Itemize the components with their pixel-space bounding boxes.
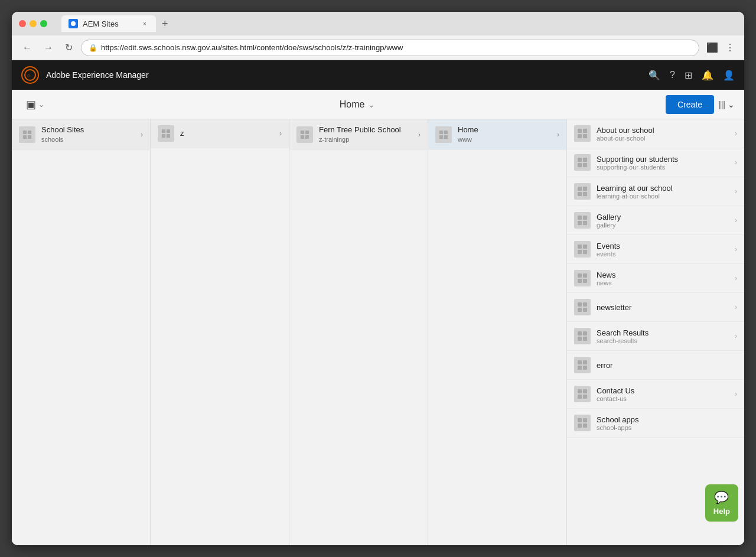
svg-rect-31 — [578, 216, 582, 220]
svg-rect-29 — [578, 192, 582, 196]
help-button[interactable]: 💬 Help — [705, 484, 738, 522]
svg-rect-48 — [583, 331, 587, 335]
panel-item-icon-newsletter — [574, 299, 591, 315]
svg-rect-22 — [583, 134, 587, 138]
panel-item-sub-contact: contact-us — [597, 395, 729, 402]
aem-logo: ○ — [21, 66, 39, 84]
panel-item-icon-events — [574, 241, 591, 258]
panel-item-name-supporting: Supporting our students — [597, 155, 729, 164]
col-item-sub-fern-tree: z-trainingp — [319, 135, 412, 144]
user-header-icon[interactable]: 👤 — [723, 70, 735, 81]
col-item-text-home: Home www — [458, 125, 551, 144]
svg-rect-24 — [583, 158, 587, 162]
col-item-home[interactable]: Home www › — [428, 119, 566, 150]
panel-item-arrow-news: › — [735, 274, 737, 282]
panel-item-gallery[interactable]: Gallery gallery › — [567, 206, 744, 235]
svg-rect-4 — [28, 130, 31, 133]
col-item-icon-z — [158, 125, 174, 142]
panel-item-error[interactable]: error › — [567, 351, 744, 380]
panel-item-search-results[interactable]: Search Results search-results › — [567, 322, 744, 351]
breadcrumb-title[interactable]: Home — [340, 99, 365, 110]
col-item-name-fern-tree: Fern Tree Public School — [319, 125, 412, 135]
panel-item-newsletter[interactable]: newsletter › — [567, 293, 744, 322]
forward-button[interactable]: → — [40, 40, 57, 56]
panel-item-text-about: About our school about-our-school — [597, 126, 729, 142]
toolbar-right: Create ||| ⌄ — [666, 95, 735, 114]
extensions-button[interactable]: ⬛ — [704, 40, 721, 56]
panel-item-icon-search-results — [574, 328, 591, 344]
browser-tab-aem[interactable]: AEM Sites × — [61, 15, 156, 32]
traffic-light-yellow[interactable] — [30, 20, 37, 27]
svg-rect-49 — [578, 337, 582, 341]
svg-rect-42 — [583, 279, 587, 283]
panel-item-name-newsletter: newsletter — [597, 303, 729, 312]
search-header-icon[interactable]: 🔍 — [649, 70, 660, 81]
svg-rect-43 — [578, 302, 582, 307]
breadcrumb-chevron-icon: ⌄ — [368, 100, 375, 109]
svg-rect-57 — [578, 395, 582, 399]
panel-item-icon-gallery — [574, 212, 591, 229]
svg-rect-36 — [583, 245, 587, 249]
svg-rect-51 — [578, 360, 582, 364]
svg-rect-13 — [301, 135, 304, 138]
panel-toggle-button[interactable]: ▣ ⌄ — [21, 96, 49, 113]
col-item-text-school-sites: School Sites schools — [41, 125, 135, 144]
traffic-light-red[interactable] — [19, 20, 26, 27]
panel-item-icon-school-apps — [574, 415, 591, 431]
panel-item-text-error: error — [597, 361, 729, 370]
panel-item-name-learning: Learning at our school — [597, 184, 729, 193]
column-fern-tree: Fern Tree Public School z-trainingp › — [289, 119, 428, 545]
menu-button[interactable]: ⋮ — [723, 40, 737, 56]
col-item-arrow-home: › — [557, 131, 559, 139]
new-tab-button[interactable]: + — [158, 18, 172, 30]
panel-item-arrow-learning: › — [735, 187, 737, 196]
svg-rect-60 — [583, 418, 587, 422]
aem-header: ○ Adobe Experience Manager 🔍 ? ⊞ 🔔 👤 — [12, 60, 744, 90]
svg-rect-39 — [578, 273, 582, 278]
panel-item-supporting[interactable]: Supporting our students supporting-our-s… — [567, 148, 744, 177]
svg-rect-7 — [162, 129, 165, 133]
create-button[interactable]: Create — [666, 95, 714, 114]
panel-item-arrow-search-results: › — [735, 332, 737, 340]
col-item-school-sites[interactable]: School Sites schools › — [12, 119, 150, 150]
svg-rect-25 — [578, 163, 582, 167]
column-home: Home www › — [428, 119, 567, 545]
panel-icon: ▣ — [26, 98, 36, 111]
back-button[interactable]: ← — [19, 40, 35, 56]
panel-item-events[interactable]: Events events › — [567, 235, 744, 264]
svg-rect-26 — [583, 163, 587, 167]
view-toggle[interactable]: ||| ⌄ — [719, 100, 735, 109]
panel-item-text-supporting: Supporting our students supporting-our-s… — [597, 155, 729, 171]
breadcrumb-nav: Home ⌄ — [49, 99, 666, 110]
svg-rect-20 — [583, 129, 587, 133]
svg-rect-56 — [583, 389, 587, 393]
panel-item-text-search-results: Search Results search-results — [597, 328, 729, 344]
col-item-z[interactable]: z › — [151, 119, 289, 148]
panel-item-name-news: News — [597, 271, 729, 279]
apps-header-icon[interactable]: ⊞ — [685, 70, 692, 81]
panel-item-sub-school-apps: school-apps — [597, 424, 729, 431]
panel-item-sub-learning: learning-at-our-school — [597, 193, 729, 200]
svg-rect-58 — [583, 395, 587, 399]
help-header-icon[interactable]: ? — [670, 70, 675, 80]
panel-item-sub-news: news — [597, 279, 729, 286]
panel-item-text-news: News news — [597, 271, 729, 286]
panel-item-school-apps[interactable]: School apps school-apps › — [567, 409, 744, 438]
panel-item-text-newsletter: newsletter — [597, 303, 729, 312]
panel-item-learning[interactable]: Learning at our school learning-at-our-s… — [567, 177, 744, 206]
refresh-button[interactable]: ↻ — [61, 40, 76, 56]
tab-close-button[interactable]: × — [141, 19, 149, 28]
bell-header-icon[interactable]: 🔔 — [702, 70, 713, 81]
panel-item-about[interactable]: About our school about-our-school › — [567, 119, 744, 148]
panel-item-contact[interactable]: Contact Us contact-us › — [567, 380, 744, 409]
panel-item-name-school-apps: School apps — [597, 415, 729, 424]
traffic-light-green[interactable] — [40, 20, 47, 27]
panel-item-news[interactable]: News news › — [567, 264, 744, 293]
svg-rect-15 — [439, 130, 443, 133]
panel-item-sub-about: about-our-school — [597, 135, 729, 142]
panel-item-sub-supporting: supporting-our-students — [597, 164, 729, 171]
col-item-name-school-sites: School Sites — [41, 125, 135, 135]
col-item-arrow-school-sites: › — [141, 131, 143, 139]
url-bar[interactable]: 🔒 https://edit.sws.schools.nsw.gov.au/si… — [81, 40, 699, 56]
col-item-fern-tree[interactable]: Fern Tree Public School z-trainingp › — [289, 119, 428, 150]
